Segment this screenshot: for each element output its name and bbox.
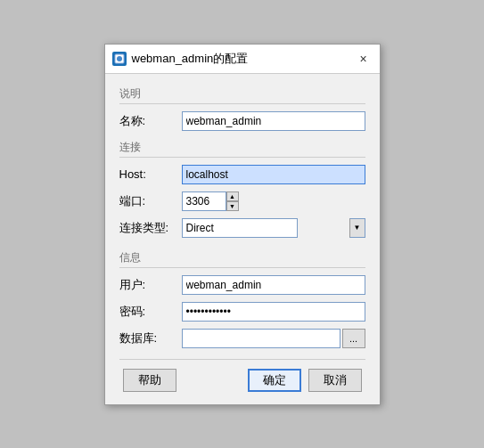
title-bar: webman_admin的配置 × xyxy=(105,45,380,74)
user-row: 用户: xyxy=(119,275,365,295)
divider xyxy=(119,359,365,360)
connection-type-select[interactable]: Direct SSH Tunnel HTTP Tunnel xyxy=(182,218,298,238)
svg-point-1 xyxy=(117,56,122,61)
app-icon xyxy=(112,52,127,66)
port-down-button[interactable]: ▼ xyxy=(226,201,239,211)
port-row: 端口: ▲ ▼ xyxy=(119,191,365,211)
section-connection: 连接 xyxy=(119,140,365,158)
section-info: 信息 xyxy=(119,250,365,268)
connection-type-wrapper: Direct SSH Tunnel HTTP Tunnel ▼ xyxy=(182,218,365,238)
title-bar-left: webman_admin的配置 xyxy=(112,51,249,67)
connection-type-row: 连接类型: Direct SSH Tunnel HTTP Tunnel ▼ xyxy=(119,218,365,238)
host-input[interactable] xyxy=(182,165,365,184)
password-label: 密码: xyxy=(119,304,182,320)
dialog-title: webman_admin的配置 xyxy=(132,51,249,67)
section-description: 说明 xyxy=(119,86,365,104)
database-row: 数据库: ... xyxy=(119,329,365,348)
connection-type-label: 连接类型: xyxy=(119,220,182,236)
action-buttons: 确定 取消 xyxy=(248,369,362,392)
select-arrow-icon: ▼ xyxy=(349,218,365,238)
password-row: 密码: xyxy=(119,302,365,322)
browse-button[interactable]: ... xyxy=(342,329,365,348)
name-row: 名称: xyxy=(119,111,365,131)
close-button[interactable]: × xyxy=(355,50,373,68)
database-label: 数据库: xyxy=(119,330,182,346)
dialog-body: 说明 名称: 连接 Host: 端口: ▲ ▼ 连接类型: xyxy=(105,74,380,404)
ok-button[interactable]: 确定 xyxy=(248,369,301,392)
port-up-button[interactable]: ▲ xyxy=(226,191,239,201)
host-row: Host: xyxy=(119,165,365,184)
password-input[interactable] xyxy=(182,302,365,322)
port-control: ▲ ▼ xyxy=(182,191,239,211)
database-control: ... xyxy=(182,329,365,348)
port-label: 端口: xyxy=(119,193,182,209)
button-row: 帮助 确定 取消 xyxy=(119,369,365,392)
database-input[interactable] xyxy=(182,329,340,348)
host-label: Host: xyxy=(119,167,182,181)
config-dialog: webman_admin的配置 × 说明 名称: 连接 Host: 端口: ▲ … xyxy=(104,44,381,405)
port-input[interactable] xyxy=(182,191,226,211)
name-label: 名称: xyxy=(119,113,182,129)
name-input[interactable] xyxy=(182,111,365,131)
cancel-button[interactable]: 取消 xyxy=(308,369,362,392)
user-label: 用户: xyxy=(119,277,182,293)
help-button[interactable]: 帮助 xyxy=(123,369,176,392)
port-spinner: ▲ ▼ xyxy=(226,191,239,211)
user-input[interactable] xyxy=(182,275,365,295)
